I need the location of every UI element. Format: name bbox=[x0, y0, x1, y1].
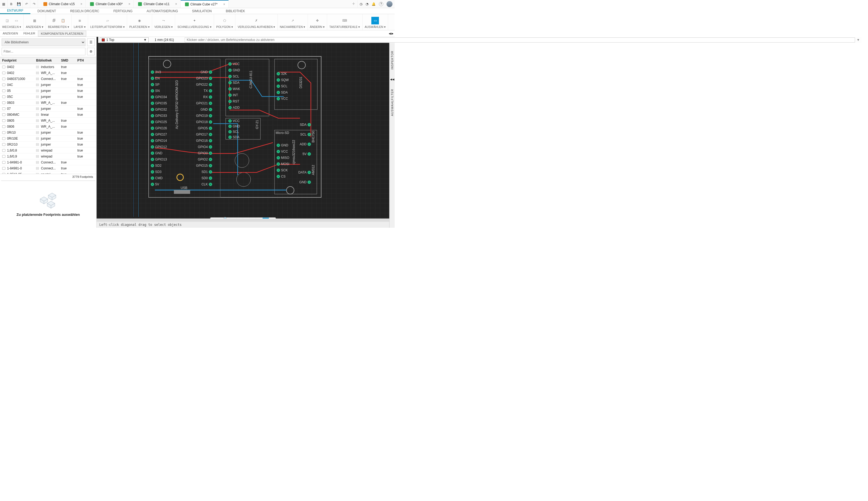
table-row[interactable]: 0480371000Connect...truetrue bbox=[0, 76, 96, 82]
menu-tab[interactable]: AUTOMATISIERUNG bbox=[139, 8, 185, 14]
copy-icon[interactable]: 🗐 bbox=[50, 17, 58, 24]
library-settings-icon[interactable]: ☰ bbox=[87, 39, 95, 46]
selection-filter-tab[interactable]: AUSWAHLFILTER bbox=[391, 89, 394, 116]
table-row[interactable]: 04Cjumpertrue bbox=[0, 82, 96, 88]
table-row[interactable]: 1,6/0,8wirepadtrue bbox=[0, 148, 96, 153]
grid-icon[interactable]: ▦ bbox=[31, 17, 39, 24]
unroute-icon[interactable]: ✗ bbox=[253, 17, 260, 24]
table-row[interactable]: 0R/10Ejumpertrue bbox=[0, 136, 96, 141]
inspector-tab[interactable]: INSPEKTOR bbox=[391, 51, 394, 70]
new-tab-icon[interactable]: + bbox=[350, 0, 358, 8]
menu-tab[interactable]: ENTWURF bbox=[0, 8, 30, 14]
table-row[interactable]: 05Cjumpertrue bbox=[0, 94, 96, 100]
menu-tab[interactable]: BIBLIOTHEK bbox=[219, 8, 252, 14]
move-icon[interactable]: ✥ bbox=[314, 17, 321, 24]
table-row[interactable]: 07jumpertrue bbox=[0, 106, 96, 112]
close-icon[interactable]: × bbox=[223, 2, 225, 6]
menu-tab[interactable]: DOKUMENT bbox=[30, 8, 63, 14]
ribbon-label[interactable]: TASTATURBEFEHLE ▾ bbox=[329, 25, 360, 29]
menu-tab[interactable]: SIMULATION bbox=[185, 8, 219, 14]
layers-icon[interactable]: ≣ bbox=[76, 17, 84, 24]
notification-icon[interactable]: 🔔 bbox=[372, 2, 376, 6]
ribbon-label[interactable]: SCHNELLVERLEGUNG ▾ bbox=[177, 25, 212, 29]
panel-tab[interactable]: FEHLER bbox=[21, 31, 38, 36]
outline-icon[interactable]: ▱ bbox=[104, 17, 111, 24]
filter-options-icon[interactable]: ⚙ bbox=[87, 48, 95, 55]
ribbon-label[interactable]: NACHARBEITEN ▾ bbox=[280, 25, 305, 29]
sw1-icon[interactable]: ◲ bbox=[3, 17, 11, 24]
footprint-table[interactable]: 0402inductorstrue0402WR_A_...true0480371… bbox=[0, 64, 96, 174]
table-row[interactable]: 05jumpertrue bbox=[0, 88, 96, 94]
paste-icon[interactable]: 📋 bbox=[60, 17, 67, 24]
table-row[interactable]: 0R2/10jumpertrue bbox=[0, 141, 96, 148]
apps-icon[interactable]: ▦ bbox=[0, 0, 8, 8]
layer-select[interactable]: 1 Top▼ bbox=[100, 38, 149, 43]
help-icon[interactable]: ? bbox=[379, 2, 383, 6]
quick-icon[interactable]: ✦ bbox=[191, 17, 198, 24]
library-select[interactable]: Alle Bibliotheken bbox=[2, 39, 85, 46]
table-row[interactable]: 0603WR_A_...true bbox=[0, 100, 96, 106]
table-row[interactable]: 0804MClineartrue bbox=[0, 112, 96, 118]
table-row[interactable]: 1-84981-0Connect...true bbox=[0, 166, 96, 171]
ribbon-label[interactable]: PLATZIEREN ▾ bbox=[129, 25, 150, 29]
table-row[interactable]: 0R/10jumpertrue bbox=[0, 130, 96, 136]
svg-text:SDA: SDA bbox=[233, 135, 240, 139]
panel-tab[interactable]: ANZEIGEN bbox=[0, 31, 21, 36]
table-row[interactable]: 0805WR_A_...true bbox=[0, 118, 96, 124]
redo-icon[interactable]: ↷ bbox=[30, 0, 38, 8]
ribbon-label[interactable]: LAYER ▾ bbox=[74, 25, 86, 29]
clock-icon[interactable]: ◔ bbox=[366, 2, 368, 6]
document-tab[interactable]: Climate Cube v15× bbox=[39, 0, 86, 8]
table-row[interactable]: 1.25X1.05crystal-...true bbox=[0, 171, 96, 174]
undo-icon[interactable]: ↶ bbox=[23, 0, 30, 8]
col-pth[interactable]: PTH bbox=[75, 57, 92, 64]
ribbon-label[interactable]: ÄNDERN ▾ bbox=[310, 25, 325, 29]
extensions-icon[interactable]: ◷ bbox=[360, 2, 362, 6]
col-footprint[interactable]: Footprint bbox=[0, 57, 34, 64]
edit-icon[interactable]: ↗ bbox=[289, 17, 296, 24]
ribbon-label[interactable]: BEARBEITEN ▾ bbox=[48, 25, 69, 29]
table-row[interactable]: 1-84981-0Connect...true bbox=[0, 159, 96, 166]
library-icon bbox=[36, 107, 39, 110]
menu-tab[interactable]: FERTIGUNG bbox=[106, 8, 139, 14]
panel-collapse-left-icon[interactable]: ◀ bbox=[389, 32, 391, 35]
h-scrollbar[interactable] bbox=[97, 218, 389, 222]
svg-text:CMD: CMD bbox=[155, 176, 163, 180]
ribbon-label[interactable]: AUSWÄHLEN ▾ bbox=[365, 25, 386, 29]
route-icon[interactable]: ⤳ bbox=[160, 17, 167, 24]
document-tab[interactable]: Climate Cube v30*× bbox=[86, 0, 134, 8]
close-icon[interactable]: × bbox=[80, 2, 82, 6]
filter-toggle-icon[interactable]: ◀◀ bbox=[390, 78, 394, 81]
menu-tab[interactable]: REGELN DRC/ERC bbox=[63, 8, 106, 14]
panel-collapse-right-icon[interactable]: ▶ bbox=[391, 32, 394, 35]
panel-tab[interactable]: KOMPONENTEN PLATZIEREN bbox=[38, 31, 86, 36]
ribbon-label[interactable]: WECHSELN ▾ bbox=[2, 25, 21, 29]
close-icon[interactable]: × bbox=[128, 2, 130, 6]
select-icon[interactable]: ▭ bbox=[371, 17, 379, 24]
document-tab[interactable]: Climate Cube v11× bbox=[134, 0, 180, 8]
col-smd[interactable]: SMD bbox=[59, 57, 75, 64]
via-icon[interactable]: ◉ bbox=[136, 17, 143, 24]
save-icon[interactable]: 💾 bbox=[15, 0, 23, 8]
canvas[interactable]: 3V3ENSPSNGPIO34GPIO35GPIO32GPIO33GPIO25G… bbox=[97, 37, 389, 228]
close-icon[interactable]: × bbox=[175, 2, 177, 6]
col-lib[interactable]: Bibliothek bbox=[34, 57, 59, 64]
poly-icon[interactable]: ⬠ bbox=[221, 17, 229, 24]
ribbon-label[interactable]: VERLEGUNG AUFHEBEN ▾ bbox=[237, 25, 275, 29]
svg-text:DS3231: DS3231 bbox=[299, 76, 303, 88]
kb-icon[interactable]: ⌨ bbox=[341, 17, 349, 24]
table-row[interactable]: 0402WR_A_...true bbox=[0, 70, 96, 76]
table-row[interactable]: 0402inductorstrue bbox=[0, 64, 96, 70]
avatar[interactable] bbox=[387, 1, 392, 7]
table-row[interactable]: 0806WR_A_...true bbox=[0, 124, 96, 130]
filter-input[interactable] bbox=[2, 48, 85, 55]
document-tab[interactable]: Climate Cube v27*× bbox=[181, 0, 229, 8]
sw2-icon[interactable]: ▭ bbox=[12, 17, 20, 24]
ribbon-label[interactable]: ANZEIGEN ▾ bbox=[26, 25, 43, 29]
table-row[interactable]: 1,6/0,9wirepadtrue bbox=[0, 153, 96, 159]
command-input[interactable] bbox=[185, 38, 395, 43]
ribbon-label[interactable]: POLYGON ▾ bbox=[216, 25, 233, 29]
ribbon-label[interactable]: VERLEGEN ▾ bbox=[154, 25, 173, 29]
new-file-icon[interactable]: 🗎 bbox=[8, 0, 15, 8]
ribbon-label[interactable]: LEITERPLATTENFORM ▾ bbox=[90, 25, 125, 29]
